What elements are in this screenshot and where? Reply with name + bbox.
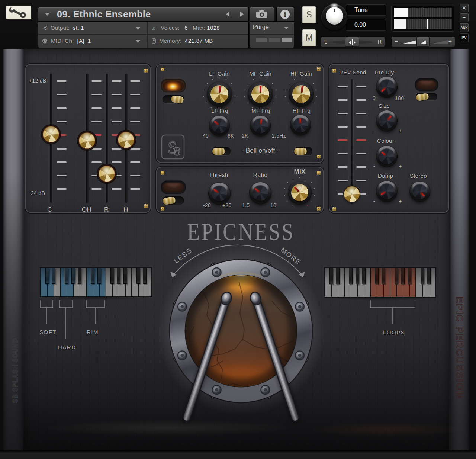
svg-text:8: 8 [174, 144, 180, 158]
svg-text:LESS: LESS [173, 246, 194, 265]
